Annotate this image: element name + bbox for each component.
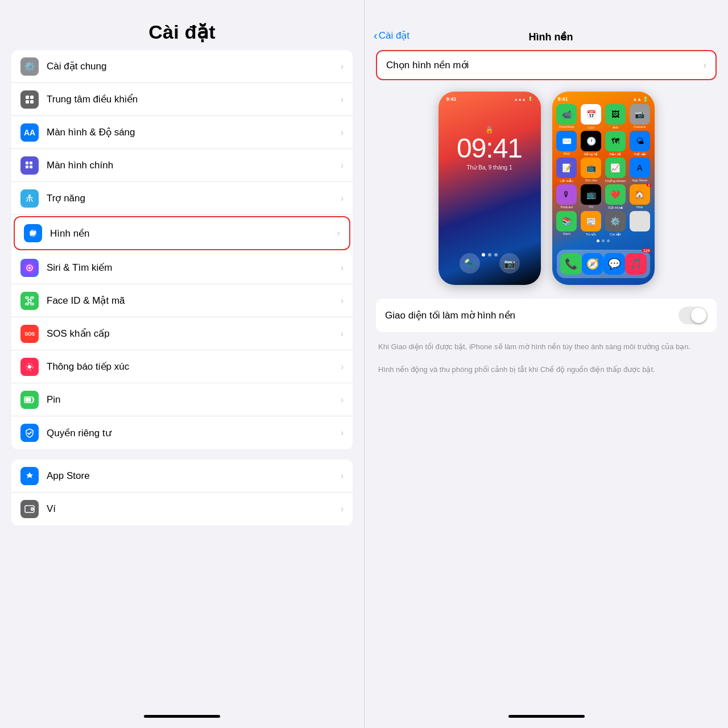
sidebar-item-sos[interactable]: SOS SOS khẩn cấp › — [11, 317, 353, 350]
tv-app-icon: 📺 — [581, 158, 601, 178]
svg-rect-0 — [26, 96, 29, 99]
face-id-icon — [20, 292, 39, 310]
chevron-icon: › — [341, 160, 344, 171]
wallet-icon — [20, 500, 39, 518]
app-store-icon — [20, 467, 39, 485]
health-app-icon: ❤️ — [605, 184, 626, 205]
home-dock: 📞 🧭 💬124 🎵 — [557, 250, 650, 278]
sos-icon: SOS — [20, 325, 39, 343]
battery-icon — [20, 391, 39, 409]
wallpaper-icon — [24, 224, 42, 242]
right-panel: ‹ Cài đặt Hình nền Chọn hình nền mới › 9… — [364, 0, 728, 728]
lock-screen-time: 09:41 — [457, 135, 522, 162]
sidebar-item-trung-tam[interactable]: Trung tâm điều khiển › — [11, 83, 353, 116]
music-dock-icon: 🎵 — [625, 253, 647, 275]
phone-dock-icon: 📞 — [560, 253, 582, 275]
sidebar-item-man-hinh[interactable]: AA Màn hình & Độ sáng › — [11, 116, 353, 149]
home-screen-bg: 9:41 ▲▲ 🔋 📹FaceTime 📅Lịch 🖼Ảnh 📷Camera ✉… — [552, 92, 655, 285]
chevron-icon: › — [341, 61, 344, 72]
svg-rect-7 — [30, 166, 32, 168]
choose-wallpaper-label: Chọn hình nền mới — [386, 59, 700, 71]
sidebar-item-hinh-nen[interactable]: Hình nền › — [14, 216, 350, 250]
left-panel: Cài đặt ⚙️ Cài đặt chung › — [0, 0, 364, 728]
home-indicator-bar — [144, 715, 220, 718]
app-grid-row4: 🎙Podcast 📺TV ❤️Sức khoẻ 🏠2Nhà — [555, 184, 652, 209]
sidebar-item-man-hinh-chinh[interactable]: Màn hình chính › — [11, 149, 353, 182]
svg-rect-4 — [26, 162, 28, 164]
left-title: Cài đặt — [148, 20, 216, 43]
reminders-app-icon: 📝 — [556, 158, 577, 178]
back-button[interactable]: ‹ Cài đặt — [374, 29, 410, 42]
svg-point-8 — [28, 195, 31, 197]
svg-rect-5 — [30, 162, 32, 164]
description-text-2: Hình nền động và thu phóng phối cảnh bị … — [376, 361, 717, 383]
app-grid-row3: 📝Lời nhắc 📺Ghí chú 📈Chứng khoán AApp Sto… — [555, 158, 652, 183]
wallpaper-preview: 9:41 ▲▲▲ 🔋 🔒 09:41 Thứ Ba, 9 tháng 1 — [376, 92, 717, 285]
app-grid-row1: 📹FaceTime 📅Lịch 🖼Ảnh 📷Camera — [555, 104, 652, 129]
right-home-indicator — [365, 709, 728, 728]
siri-icon — [20, 259, 39, 277]
settings-group-1: ⚙️ Cài đặt chung › Trung tâm điều khiển … — [11, 50, 353, 449]
back-label: Cài đặt — [379, 30, 410, 42]
sidebar-item-tro-nang[interactable]: Trợ năng › — [11, 182, 353, 215]
chevron-icon: › — [337, 228, 340, 238]
chevron-icon: › — [341, 127, 344, 138]
calendar-app-icon: 📅 — [581, 104, 601, 125]
maps-app-icon: 🗺 — [605, 131, 626, 151]
chevron-icon: › — [341, 94, 344, 105]
chevron-icon: › — [341, 296, 344, 306]
home-status-icons: ▲▲ 🔋 — [632, 97, 648, 102]
svg-rect-12 — [31, 297, 34, 299]
dark-mode-toggle-row: Giao diện tối làm mờ hình nền — [376, 299, 717, 332]
sidebar-item-pin[interactable]: Pin › — [11, 383, 353, 416]
facetime-app-icon: 📹 — [556, 104, 577, 125]
svg-rect-21 — [26, 398, 31, 402]
control-center-icon — [20, 90, 39, 109]
accessibility-icon — [20, 189, 39, 208]
lock-screen-bg: 9:41 ▲▲▲ 🔋 🔒 09:41 Thứ Ba, 9 tháng 1 — [439, 92, 541, 285]
home-time: 9:41 — [558, 96, 568, 102]
svg-point-16 — [31, 300, 31, 301]
back-chevron-icon: ‹ — [374, 29, 378, 42]
svg-rect-13 — [26, 303, 28, 305]
sidebar-item-app-store[interactable]: App Store › — [11, 460, 353, 493]
svg-rect-11 — [26, 297, 28, 299]
svg-rect-2 — [26, 100, 29, 104]
empty-app-icon — [630, 211, 650, 231]
chevron-icon: › — [341, 504, 344, 514]
chevron-icon: › — [341, 471, 344, 481]
mail-app-icon: ✉️ — [556, 131, 577, 151]
settings-list: ⚙️ Cài đặt chung › Trung tâm điều khiển … — [0, 50, 364, 709]
sidebar-item-thong-bao[interactable]: Thông báo tiếp xúc › — [11, 350, 353, 383]
safari-dock-icon: 🧭 — [582, 253, 603, 275]
sidebar-item-cai-dat-chung[interactable]: ⚙️ Cài đặt chung › — [11, 50, 353, 83]
clock-app-icon: 🕐 — [581, 131, 601, 151]
description-text-1: Khi Giao diện tối được bật, iPhone sẽ là… — [376, 338, 717, 361]
home-screen-icon — [20, 156, 39, 175]
camera-app-icon: 📷 — [630, 104, 650, 125]
left-header: Cài đặt — [0, 0, 364, 50]
right-title: Hình nền — [529, 31, 573, 43]
sidebar-item-siri[interactable]: Siri & Tìm kiếm › — [11, 251, 353, 284]
svg-point-24 — [32, 508, 33, 510]
choose-wallpaper-button[interactable]: Chọn hình nền mới › — [376, 50, 717, 80]
podcasts-app-icon: 🎙 — [556, 184, 577, 205]
home-app-icon: 🏠2 — [630, 184, 650, 205]
home-page-dots — [555, 239, 652, 242]
dark-mode-toggle[interactable] — [679, 307, 708, 324]
photos-app-icon: 🖼 — [605, 104, 626, 125]
svg-rect-6 — [26, 166, 28, 168]
chevron-icon: › — [341, 329, 344, 339]
sidebar-item-vi[interactable]: Ví › — [11, 493, 353, 526]
sidebar-item-face-id[interactable]: Face ID & Mật mã › — [11, 284, 353, 317]
chevron-icon: › — [341, 263, 344, 273]
news-app-icon: 📰 — [581, 211, 601, 231]
chevron-icon: › — [341, 428, 344, 438]
svg-rect-14 — [31, 303, 34, 305]
sidebar-item-quyen-rieng-tu[interactable]: Quyền riêng tư › — [11, 416, 353, 449]
svg-point-10 — [28, 267, 31, 269]
home-indicator-bar-right — [508, 715, 585, 718]
weather-app-icon: 🌤 — [630, 131, 650, 151]
flashlight-icon: 🔦 — [460, 253, 480, 274]
chevron-icon: › — [341, 362, 344, 372]
